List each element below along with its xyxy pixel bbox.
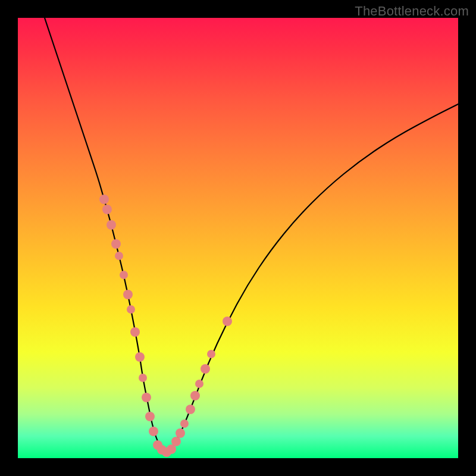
data-marker (223, 317, 232, 326)
data-marker (190, 391, 200, 400)
data-marker (120, 271, 128, 279)
data-marker (115, 252, 123, 260)
data-marker (145, 412, 155, 421)
data-marker (123, 290, 133, 299)
chart-svg (18, 18, 458, 458)
data-marker (130, 327, 140, 337)
data-marker (107, 220, 116, 230)
data-marker (127, 305, 135, 314)
data-marker (139, 374, 147, 382)
data-marker (171, 437, 181, 446)
bottleneck-curve (45, 18, 458, 451)
data-marker (142, 393, 151, 402)
data-marker (201, 364, 210, 374)
data-marker (195, 380, 203, 388)
data-marker (111, 239, 121, 249)
data-marker (135, 352, 145, 362)
data-marker (99, 195, 109, 204)
watermark-text: TheBottleneck.com (355, 4, 469, 19)
data-marker (149, 427, 158, 436)
data-marker (207, 350, 215, 358)
chart-frame: TheBottleneck.com (0, 0, 476, 476)
data-marker (180, 419, 189, 428)
curve-group (45, 18, 458, 451)
data-marker (102, 205, 112, 214)
data-marker (186, 405, 195, 414)
data-marker (176, 428, 185, 438)
plot-area (18, 18, 458, 458)
markers-group (99, 195, 232, 457)
